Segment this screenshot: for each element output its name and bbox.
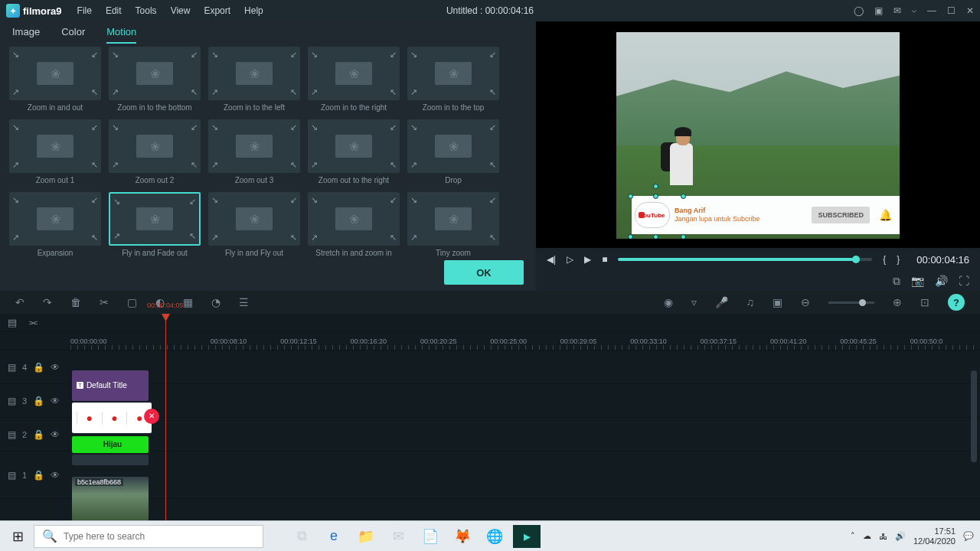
tracks-menu-icon[interactable]: ▤ — [8, 317, 17, 328]
tray-chevron-icon[interactable]: ˄ — [851, 531, 855, 541]
eye-icon[interactable]: 👁 — [51, 470, 60, 481]
motion-item[interactable]: ↘↙↗↖Zoom in to the top — [407, 47, 499, 112]
time-ruler[interactable]: 00:00:00:0000:00:08:1000:00:12:1500:00:1… — [0, 332, 980, 350]
lock-icon[interactable]: 🔒 — [33, 470, 44, 481]
playhead[interactable]: 00:00:04:05 — [165, 314, 166, 520]
network-icon[interactable]: 🖧 — [879, 532, 887, 541]
motion-item[interactable]: ↘↙↗↖Tiny zoom — [407, 192, 499, 257]
motion-thumbnail[interactable]: ↘↙↗↖ — [308, 47, 400, 100]
next-frame-button[interactable]: ▶ — [584, 254, 591, 265]
marker-icon[interactable]: ▿ — [691, 296, 697, 308]
eye-icon[interactable]: 👁 — [51, 396, 60, 406]
account-icon[interactable]: ◯ — [854, 5, 864, 16]
search-input[interactable] — [64, 531, 255, 542]
sound-icon[interactable]: 🔊 — [895, 531, 906, 541]
clip-green-audio[interactable] — [72, 455, 149, 465]
motion-thumbnail[interactable]: ↘↙↗↖ — [208, 192, 300, 246]
motion-thumbnail[interactable]: ↘↙↗↖ — [407, 47, 499, 100]
motion-item[interactable]: ↘↙↗↖Drop — [407, 119, 499, 184]
motion-thumbnail[interactable]: ↘↙↗↖ — [208, 119, 300, 173]
volume-icon[interactable]: 🔊 — [935, 275, 948, 287]
zoom-in-icon[interactable]: ⊕ — [893, 296, 902, 308]
mic-icon[interactable]: ⏑ — [912, 5, 916, 16]
lock-icon[interactable]: 🔒 — [33, 362, 44, 373]
clock[interactable]: 17:51 12/04/2020 — [913, 527, 956, 545]
start-button[interactable]: ⊞ — [6, 525, 29, 548]
lock-icon[interactable]: 🔒 — [33, 429, 44, 440]
motion-item[interactable]: ↘↙↗↖Zoom in to the bottom — [109, 47, 201, 112]
delete-icon[interactable]: 🗑 — [70, 296, 81, 308]
fullscreen-icon[interactable]: ⛶ — [959, 275, 969, 287]
motion-item[interactable]: ↘↙↗↖Zoom in to the right — [308, 47, 400, 112]
tab-motion[interactable]: Motion — [106, 26, 136, 44]
maximize-icon[interactable]: ☐ — [947, 5, 956, 16]
minimize-icon[interactable]: — — [927, 5, 936, 16]
play-button[interactable]: ▷ — [567, 254, 573, 265]
close-icon[interactable]: ✕ — [966, 5, 974, 16]
speed-icon[interactable]: ◔ — [211, 296, 220, 308]
eye-icon[interactable]: 👁 — [51, 429, 60, 440]
lock-icon[interactable]: 🔒 — [33, 396, 44, 406]
motion-item[interactable]: ↘↙↗↖Stretch in and zoom in — [308, 192, 400, 257]
zoom-slider[interactable] — [828, 302, 874, 304]
save-icon[interactable]: ▣ — [874, 5, 883, 16]
tab-image[interactable]: Image — [12, 26, 40, 44]
adjust-icon[interactable]: ☰ — [239, 296, 249, 308]
motion-thumbnail[interactable]: ↘↙↗↖ — [109, 47, 201, 100]
export-frame-icon[interactable]: ▣ — [773, 296, 782, 308]
transition-badge-icon[interactable]: ✕ — [144, 409, 159, 424]
redo-icon[interactable]: ↷ — [43, 296, 52, 308]
motion-thumbnail[interactable]: ↘↙↗↖ — [308, 192, 400, 246]
timeline-scrollbar[interactable] — [971, 340, 978, 516]
green-screen-icon[interactable]: ▦ — [183, 296, 193, 308]
pip-icon[interactable]: ⧉ — [893, 275, 900, 288]
ok-button[interactable]: OK — [444, 260, 524, 285]
zoom-out-icon[interactable]: ⊖ — [801, 296, 810, 308]
clip-main-video[interactable]: b5c1ea8fb668 — [72, 477, 149, 521]
motion-item[interactable]: ↘↙↗↖Expansion — [9, 192, 101, 257]
eye-icon[interactable]: 👁 — [51, 362, 60, 373]
motion-item[interactable]: ↘↙↗↖Zoom out to the right — [308, 119, 400, 184]
motion-thumbnail[interactable]: ↘↙↗↖ — [407, 119, 499, 173]
snapshot-icon[interactable]: 📷 — [911, 275, 924, 287]
motion-item[interactable]: ↘↙↗↖Zoom out 3 — [208, 119, 300, 184]
stop-button[interactable]: ■ — [602, 254, 607, 265]
seek-bar[interactable] — [618, 258, 872, 261]
motion-item[interactable]: ↘↙↗↖Zoom in and out — [9, 47, 101, 112]
mail-app-icon[interactable]: ✉ — [384, 525, 412, 548]
motion-item[interactable]: ↘↙↗↖Zoom in to the left — [208, 47, 300, 112]
motion-thumbnail[interactable]: ↘↙↗↖ — [407, 192, 499, 246]
motion-thumbnail[interactable]: ↘↙↗↖ — [109, 192, 201, 246]
tab-color[interactable]: Color — [61, 26, 85, 44]
menu-file[interactable]: File — [77, 5, 92, 16]
voiceover-icon[interactable]: 🎤 — [715, 296, 728, 308]
motion-thumbnail[interactable]: ↘↙↗↖ — [208, 47, 300, 100]
link-icon[interactable]: ⫘ — [28, 317, 38, 328]
mark-in-icon[interactable]: { — [883, 254, 886, 265]
explorer-icon[interactable]: 📁 — [352, 525, 380, 548]
menu-edit[interactable]: Edit — [106, 5, 122, 16]
motion-thumbnail[interactable]: ↘↙↗↖ — [9, 192, 101, 246]
menu-tools[interactable]: Tools — [136, 5, 157, 16]
mixer-icon[interactable]: ♫ — [746, 296, 755, 308]
menu-export[interactable]: Export — [204, 5, 230, 16]
motion-thumbnail[interactable]: ↘↙↗↖ — [9, 47, 101, 100]
filmora-taskbar-icon[interactable]: ▸ — [513, 525, 541, 548]
onedrive-icon[interactable]: ☁ — [863, 531, 871, 541]
motion-item[interactable]: ↘↙↗↖Zoom out 1 — [9, 119, 101, 184]
edge-icon[interactable]: e — [320, 525, 348, 548]
undo-icon[interactable]: ↶ — [15, 296, 24, 308]
menu-view[interactable]: View — [171, 5, 191, 16]
crop-icon[interactable]: ▢ — [127, 296, 137, 308]
motion-item[interactable]: ↘↙↗↖Zoom out 2 — [109, 119, 201, 184]
motion-thumbnail[interactable]: ↘↙↗↖ — [9, 119, 101, 173]
menu-help[interactable]: Help — [244, 5, 263, 16]
task-view-icon[interactable]: ⧉ — [288, 525, 315, 548]
preview-viewport[interactable]: YouTube Bang Arif Jangan lupa untuk Subc… — [573, 23, 943, 248]
notifications-icon[interactable]: 💬 — [963, 531, 974, 541]
motion-thumbnail[interactable]: ↘↙↗↖ — [308, 119, 400, 173]
notes-icon[interactable]: 📄 — [416, 525, 444, 548]
motion-item[interactable]: ↘↙↗↖Fly in and Fade out — [109, 192, 201, 257]
overlay-card[interactable]: YouTube Bang Arif Jangan lupa untuk Subc… — [632, 196, 900, 234]
search-box[interactable]: 🔍 — [34, 525, 263, 548]
